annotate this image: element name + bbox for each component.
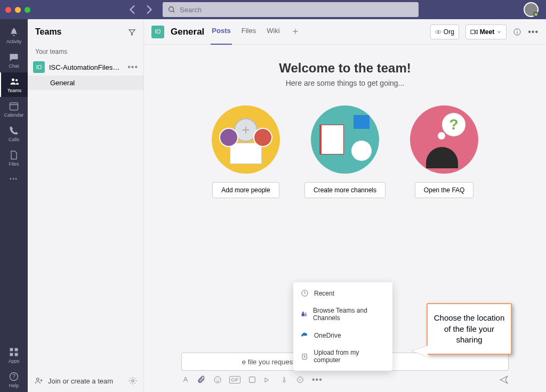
open-faq-button[interactable]: Open the FAQ: [415, 182, 474, 198]
channel-general[interactable]: General: [28, 76, 143, 90]
svg-point-1: [12, 78, 14, 81]
search-input[interactable]: [180, 6, 413, 14]
attach-upload[interactable]: Upload from my computer: [293, 344, 392, 369]
emoji-icon[interactable]: [213, 375, 222, 384]
rail-teams[interactable]: Teams: [0, 72, 28, 97]
join-create-team[interactable]: Join or create a team: [48, 377, 113, 385]
rail-calls[interactable]: Calls: [0, 121, 28, 146]
svg-point-10: [37, 378, 39, 381]
svg-point-19: [218, 379, 219, 379]
channel-header: IO General Posts Files Wiki ＋ Org Meet •…: [144, 19, 546, 45]
title-bar: [0, 0, 546, 19]
svg-point-26: [305, 312, 307, 314]
stream-icon[interactable]: [280, 375, 288, 384]
card-add-people: Add more people: [212, 105, 280, 198]
svg-text:?: ?: [12, 373, 15, 379]
meeting-icon[interactable]: [264, 375, 272, 384]
org-button[interactable]: Org: [430, 24, 459, 39]
window-controls: [5, 7, 30, 13]
welcome-title: Welcome to the team!: [144, 61, 546, 76]
welcome-subtitle: Here are some things to get going...: [144, 79, 546, 87]
svg-point-25: [302, 312, 304, 313]
welcome-block: Welcome to the team! Here are some thing…: [144, 45, 546, 93]
gear-icon[interactable]: [129, 377, 137, 385]
team-initials: IO: [33, 61, 45, 73]
tab-files[interactable]: Files: [240, 19, 257, 45]
create-channels-button[interactable]: Create more channels: [304, 182, 386, 198]
svg-rect-4: [10, 348, 13, 352]
search-box[interactable]: [163, 2, 419, 17]
tab-posts[interactable]: Posts: [211, 19, 231, 45]
attach-menu: Recent Browse Teams and Channels OneDriv…: [293, 282, 392, 371]
svg-point-11: [132, 380, 134, 382]
callout-text: Choose the location of the file your sha…: [427, 303, 512, 355]
svg-rect-20: [250, 377, 255, 383]
search-icon: [168, 6, 175, 13]
rail-chat[interactable]: Chat: [0, 48, 28, 72]
chevron-down-icon: [496, 29, 502, 35]
rail-activity[interactable]: Activity: [0, 23, 28, 48]
back-button[interactable]: [126, 3, 139, 16]
attach-icon[interactable]: [197, 375, 206, 384]
teams-icon: [301, 311, 308, 318]
team-name: ISC-AutomationFilesAnd...: [49, 63, 123, 71]
history-nav: [126, 3, 155, 16]
close-window[interactable]: [5, 7, 11, 13]
app-rail: Activity Chat Teams Calendar Calls Files…: [0, 19, 28, 392]
join-team-icon: [34, 376, 44, 386]
forward-button[interactable]: [142, 3, 155, 16]
svg-point-21: [283, 380, 285, 382]
meet-button[interactable]: Meet: [465, 24, 507, 39]
approval-icon[interactable]: [296, 375, 304, 384]
format-icon[interactable]: [181, 375, 190, 384]
rail-apps[interactable]: Apps: [0, 343, 28, 368]
maximize-window[interactable]: [25, 7, 30, 13]
rail-files[interactable]: Files: [0, 146, 28, 170]
rail-more[interactable]: •••: [0, 170, 28, 187]
channel-title: General: [171, 27, 204, 37]
svg-point-0: [169, 7, 174, 12]
svg-point-2: [15, 79, 18, 81]
clock-icon: [301, 289, 309, 297]
eye-icon: [435, 29, 441, 35]
svg-rect-7: [15, 353, 18, 356]
more-button[interactable]: •••: [528, 27, 539, 37]
card-open-faq: ? Open the FAQ: [410, 105, 478, 198]
svg-rect-24: [302, 313, 304, 316]
add-people-button[interactable]: Add more people: [212, 182, 279, 198]
main-panel: IO General Posts Files Wiki ＋ Org Meet •…: [144, 19, 546, 392]
sticker-icon[interactable]: [248, 375, 256, 384]
faq-illustration: ?: [410, 105, 478, 174]
tab-wiki[interactable]: Wiki: [266, 19, 281, 45]
minimize-window[interactable]: [15, 7, 21, 13]
composer-toolbar: GIF •••: [181, 375, 509, 385]
create-channels-illustration: [311, 105, 379, 174]
add-tab-button[interactable]: ＋: [290, 19, 301, 45]
rail-help[interactable]: ?Help: [0, 368, 28, 392]
svg-rect-27: [305, 314, 307, 316]
user-avatar[interactable]: [524, 2, 539, 17]
more-tools-icon[interactable]: •••: [312, 375, 323, 385]
team-row[interactable]: IO ISC-AutomationFilesAnd... •••: [28, 59, 143, 76]
sidebar-title: Teams: [35, 27, 62, 37]
attach-recent[interactable]: Recent: [293, 284, 392, 302]
svg-point-13: [437, 31, 439, 32]
annotation-callout: Choose the location of the file your sha…: [427, 303, 512, 355]
svg-point-17: [214, 377, 221, 383]
rail-calendar[interactable]: Calendar: [0, 97, 28, 121]
attach-browse-teams[interactable]: Browse Teams and Channels: [293, 302, 392, 326]
attach-onedrive[interactable]: OneDrive: [293, 326, 392, 344]
video-icon: [470, 28, 478, 36]
svg-point-16: [517, 30, 518, 30]
send-button[interactable]: [499, 375, 509, 385]
add-people-illustration: [212, 105, 280, 174]
svg-rect-3: [10, 103, 18, 110]
svg-rect-6: [10, 353, 13, 356]
info-icon[interactable]: [513, 28, 521, 36]
gif-icon[interactable]: GIF: [229, 376, 240, 383]
onedrive-icon: [301, 331, 309, 339]
filter-icon[interactable]: [128, 28, 136, 36]
card-create-channels: Create more channels: [304, 105, 386, 198]
team-more-icon[interactable]: •••: [127, 62, 138, 72]
svg-point-18: [216, 379, 216, 379]
